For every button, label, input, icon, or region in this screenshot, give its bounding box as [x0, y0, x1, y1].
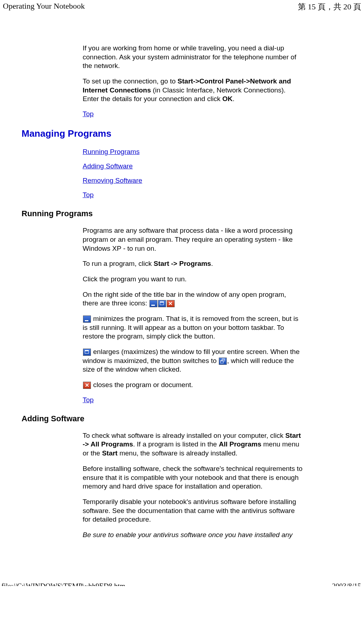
close-icon [83, 382, 91, 389]
text: To check what software is already instal… [83, 432, 285, 439]
page-indicator: 第 15 頁，共 20 頁 [298, 1, 361, 12]
running-p7: closes the program or document. [83, 381, 303, 390]
close-icon [167, 300, 175, 307]
adding-software-link[interactable]: Adding Software [83, 162, 133, 170]
text-bold: OK [222, 95, 233, 103]
top-link[interactable]: Top [83, 396, 94, 404]
footer-date: 2003/8/15 [332, 582, 361, 586]
running-p5: minimizes the program. That is, it is re… [83, 314, 303, 341]
running-p2: To run a program, click Start -> Program… [83, 259, 303, 268]
running-p3: Click the program you want to run. [83, 275, 303, 284]
text-bold: Start -> Programs [153, 260, 211, 267]
adding-p4: Be sure to enable your antivirus softwar… [83, 531, 303, 540]
text: On the right side of the title bar in th… [83, 291, 286, 307]
running-programs-link[interactable]: Running Programs [83, 148, 139, 155]
text: . [211, 260, 213, 267]
running-p6: enlarges (maximizes) the window to fill … [83, 348, 303, 374]
text: . If a program is listed in the [133, 440, 219, 448]
minimize-icon [149, 300, 157, 307]
running-p4: On the right side of the title bar in th… [83, 290, 303, 308]
page-footer: file://C:\WINDOWS\TEMP\~hh9ED8.htm 2003/… [0, 560, 364, 586]
doc-title: Operating Your Notebook [3, 1, 85, 12]
text: closes the program or document. [91, 381, 193, 389]
removing-software-link[interactable]: Removing Software [83, 177, 142, 184]
top-link[interactable]: Top [83, 110, 94, 118]
adding-p1: To check what software is already instal… [83, 431, 303, 458]
intro-p2: To set up the connection, go to Start->C… [83, 77, 303, 104]
text: To set up the connection, go to [83, 77, 178, 85]
maximize-icon [158, 300, 166, 307]
running-p1: Programs are any software that process d… [83, 226, 303, 253]
adding-p2: Before installing software, check the so… [83, 464, 303, 491]
text-bold: All Programs [219, 440, 261, 448]
text: menu, the software is already installed. [118, 449, 238, 457]
running-programs-heading: Running Programs [22, 209, 342, 218]
text: . [232, 95, 234, 103]
text: minimizes the program. That is, it is re… [83, 315, 298, 340]
managing-programs-heading: Managing Programs [22, 128, 342, 139]
text-bold: Start [102, 449, 118, 457]
intro-p1: If you are working from home or while tr… [83, 44, 303, 71]
maximize-icon [83, 349, 91, 356]
adding-software-heading: Adding Software [22, 414, 342, 423]
restore-icon [219, 358, 227, 365]
footer-path: file://C:\WINDOWS\TEMP\~hh9ED8.htm [1, 582, 125, 586]
adding-p3: Temporarily disable your notebook's anti… [83, 498, 303, 524]
top-link[interactable]: Top [83, 191, 94, 199]
page-header: Operating Your Notebook 第 15 頁，共 20 頁 [0, 0, 364, 15]
text: To run a program, click [83, 260, 153, 267]
minimize-icon [83, 316, 91, 323]
content-area: If you are working from home or while tr… [0, 15, 364, 560]
